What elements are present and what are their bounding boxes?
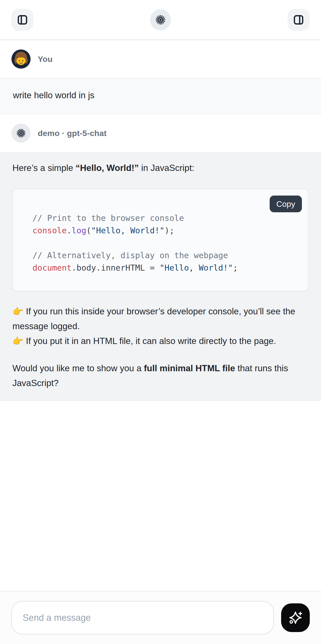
tip-line-1: 👉 If you run this inside your browser’s … <box>12 306 295 331</box>
user-avatar <box>11 50 30 68</box>
assistant-message-band: Here’s a simple “Hello, World!” in JavaS… <box>0 152 321 401</box>
app-logo-button[interactable] <box>150 9 171 30</box>
assistant-sender-label: demo · gpt-5-chat <box>38 128 107 138</box>
user-message-header: You <box>0 40 321 78</box>
user-sender-label: You <box>38 54 52 64</box>
sidebar-toggle-button[interactable] <box>11 9 33 31</box>
panel-left-icon <box>16 14 28 26</box>
assistant-closing-text: Would you like me to show you a full min… <box>12 361 309 390</box>
assistant-message: demo · gpt-5-chat Here’s a simple “Hello… <box>0 114 321 401</box>
sparkle-icon <box>288 610 303 625</box>
intro-bold: “Hello, World!” <box>76 163 139 173</box>
user-message-band: write hello world in js <box>0 78 321 114</box>
code-content: // Print to the browser console console.… <box>13 189 308 274</box>
user-message: You write hello world in js <box>0 40 321 114</box>
right-panel-toggle-button[interactable] <box>288 9 310 31</box>
thread-empty-space <box>0 401 321 591</box>
code-block: Copy // Print to the browser console con… <box>12 189 309 291</box>
assistant-intro-text: Here’s a simple “Hello, World!” in JavaS… <box>12 161 309 176</box>
message-input[interactable] <box>11 601 274 634</box>
starburst-icon <box>155 14 166 25</box>
person-emoji <box>11 50 30 68</box>
user-message-text: write hello world in js <box>13 88 308 103</box>
assistant-message-header: demo · gpt-5-chat <box>0 114 321 152</box>
closing-prefix: Would you like me to show you a <box>12 363 144 373</box>
top-bar <box>0 0 321 40</box>
assistant-avatar <box>11 124 30 143</box>
assistant-tips-text: 👉 If you run this inside your browser’s … <box>12 304 309 348</box>
panel-right-icon <box>293 14 305 26</box>
intro-suffix: in JavaScript: <box>139 163 194 173</box>
closing-bold: full minimal HTML file <box>144 363 235 373</box>
composer-bar <box>0 591 321 644</box>
intro-prefix: Here’s a simple <box>12 163 76 173</box>
copy-button[interactable]: Copy <box>270 196 302 212</box>
chat-app: You write hello world in js <box>0 0 321 644</box>
send-button[interactable] <box>281 603 310 632</box>
tip-line-2: 👉 If you put it in an HTML file, it can … <box>12 336 276 346</box>
starburst-icon <box>16 128 26 138</box>
